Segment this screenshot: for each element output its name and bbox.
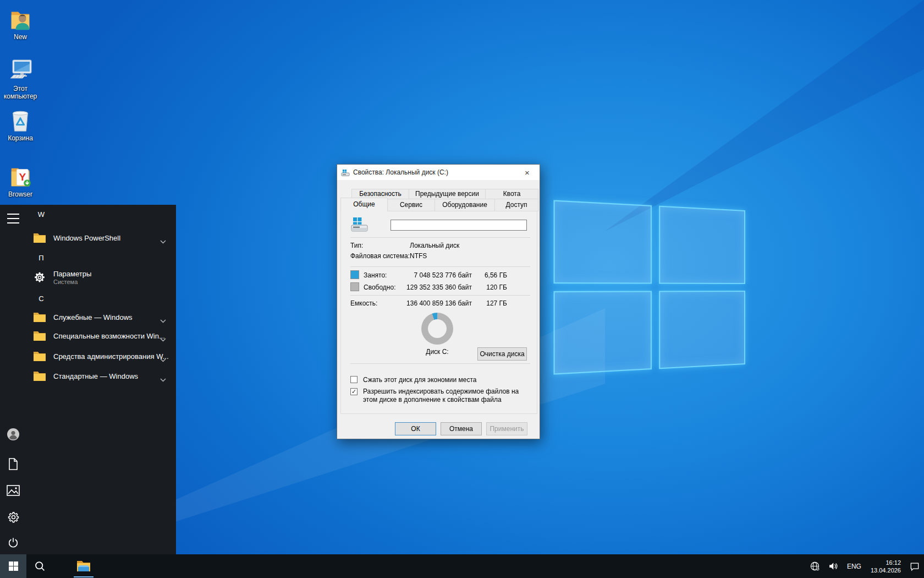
file-explorer-button[interactable] xyxy=(70,554,97,578)
search-button[interactable] xyxy=(26,554,53,578)
dialog-title: Свойства: Локальный диск (C:) xyxy=(353,168,448,176)
divider xyxy=(350,295,530,296)
drive-icon xyxy=(341,168,350,177)
tab-sharing[interactable]: Доступ xyxy=(494,199,538,211)
chevron-down-icon xyxy=(160,355,166,364)
folder-icon xyxy=(33,233,46,243)
start-item-windows-powershell[interactable]: Windows PowerShell xyxy=(26,228,176,248)
user-account-icon[interactable] xyxy=(6,427,20,441)
start-item-sublabel: Система xyxy=(53,279,91,285)
section-letter-w[interactable]: W xyxy=(33,210,50,219)
start-item-label: Специальные возможности Win... xyxy=(53,332,165,340)
desktop-icon-this-pc[interactable]: Этот компьютер xyxy=(0,57,41,100)
this-pc-icon xyxy=(0,57,41,84)
properties-dialog: Свойства: Локальный диск (C:) × Безопасн… xyxy=(337,164,540,439)
start-item-text: Параметры Система xyxy=(53,270,91,285)
start-item-admin-tools[interactable]: Средства администрирования W... xyxy=(26,346,176,366)
start-item-label: Windows PowerShell xyxy=(53,234,120,242)
free-space-swatch xyxy=(350,282,359,291)
section-letter-c[interactable]: С xyxy=(33,295,50,303)
start-item-label: Параметры xyxy=(53,270,91,278)
shadow-beam xyxy=(605,0,924,231)
action-center-icon[interactable] xyxy=(905,554,924,578)
taskbar: ENG 16:12 13.04.2026 xyxy=(0,554,924,578)
search-icon xyxy=(34,560,46,572)
hamburger-menu-icon[interactable] xyxy=(7,214,19,223)
used-bytes: 7 048 523 776 байт xyxy=(389,271,472,279)
capacity-size: 127 ГБ xyxy=(474,299,507,307)
free-size: 120 ГБ xyxy=(474,283,507,291)
logo-pane xyxy=(659,291,745,369)
recycle-bin-icon xyxy=(0,108,41,133)
volume-label-input[interactable] xyxy=(391,220,527,231)
tab-general[interactable]: Общие xyxy=(340,198,388,211)
capacity-label: Емкость: xyxy=(350,299,377,307)
power-icon[interactable] xyxy=(6,536,20,550)
free-bytes: 129 352 335 360 байт xyxy=(389,283,472,291)
file-explorer-icon xyxy=(76,560,91,572)
disk-cleanup-button[interactable]: Очистка диска xyxy=(477,347,527,361)
user-folder-icon xyxy=(0,7,41,32)
settings-icon[interactable] xyxy=(6,510,20,524)
chevron-down-icon xyxy=(160,334,166,344)
clock[interactable]: 16:12 13.04.2026 xyxy=(866,554,905,578)
folder-icon xyxy=(33,331,46,341)
volume-icon[interactable] xyxy=(824,554,842,578)
clock-date: 13.04.2026 xyxy=(871,566,901,574)
chevron-down-icon xyxy=(160,315,166,325)
network-globe-icon[interactable] xyxy=(806,554,824,578)
section-letter-p[interactable]: П xyxy=(33,254,50,262)
dialog-titlebar[interactable]: Свойства: Локальный диск (C:) × xyxy=(337,165,540,180)
start-item-accessories[interactable]: Стандартные — Windows xyxy=(26,366,176,386)
logo-pane xyxy=(553,291,652,374)
desktop: New Этот компьютер Корзина xyxy=(0,0,924,578)
tab-page-general: Тип: Локальный диск Файловая система: NT… xyxy=(340,211,537,414)
chevron-down-icon xyxy=(160,236,166,246)
donut-hole xyxy=(428,319,447,338)
type-label: Тип: xyxy=(350,242,363,249)
tab-hardware[interactable]: Оборудование xyxy=(435,199,495,211)
desktop-icon-browser[interactable]: Y Browser xyxy=(0,164,41,198)
folder-icon xyxy=(33,312,46,323)
start-item-system-windows[interactable]: Служебные — Windows xyxy=(26,307,176,327)
folder-icon xyxy=(33,371,46,381)
close-icon[interactable]: × xyxy=(515,165,540,180)
apply-button: Применить xyxy=(486,422,527,435)
type-value: Локальный диск xyxy=(410,242,459,249)
cancel-button[interactable]: Отмена xyxy=(441,422,482,435)
tab-quota[interactable]: Квота xyxy=(485,189,538,199)
gear-icon xyxy=(33,271,46,283)
desktop-icon-label: New xyxy=(0,33,41,41)
desktop-icon-label: Корзина xyxy=(0,134,41,142)
clock-time: 16:12 xyxy=(871,559,901,566)
browser-folder-icon: Y xyxy=(0,164,41,189)
filesystem-value: NTFS xyxy=(410,252,427,260)
index-checkbox[interactable]: ✓ xyxy=(350,388,358,395)
chevron-down-icon xyxy=(160,374,166,384)
compress-checkbox[interactable] xyxy=(350,376,358,383)
compress-checkbox-label: Сжать этот диск для экономии места xyxy=(363,376,476,384)
documents-icon[interactable] xyxy=(6,457,20,471)
start-item-label: Служебные — Windows xyxy=(53,313,133,321)
pictures-icon[interactable] xyxy=(6,483,20,498)
language-indicator[interactable]: ENG xyxy=(842,554,866,578)
tab-previous-versions[interactable]: Предыдущие версии xyxy=(409,189,486,199)
used-size: 6,56 ГБ xyxy=(474,271,507,279)
desktop-icon-new[interactable]: New xyxy=(0,7,41,41)
ok-button[interactable]: ОК xyxy=(395,422,436,435)
start-item-settings[interactable]: Параметры Система xyxy=(26,265,176,290)
system-tray: ENG 16:12 13.04.2026 xyxy=(806,554,924,578)
divider xyxy=(350,363,530,364)
logo-pane xyxy=(659,206,745,284)
desktop-icon-recycle-bin[interactable]: Корзина xyxy=(0,108,41,142)
start-button[interactable] xyxy=(0,554,26,578)
used-space-swatch xyxy=(350,270,359,279)
capacity-bytes: 136 400 859 136 байт xyxy=(389,299,472,307)
desktop-icon-label: Browser xyxy=(0,190,41,198)
start-item-accessibility[interactable]: Специальные возможности Win... xyxy=(26,326,176,346)
divider xyxy=(350,237,530,238)
windows-logo-icon xyxy=(9,561,18,571)
tab-tools[interactable]: Сервис xyxy=(387,199,435,211)
start-item-label: Стандартные — Windows xyxy=(53,372,138,380)
drive-icon-large xyxy=(350,216,369,235)
